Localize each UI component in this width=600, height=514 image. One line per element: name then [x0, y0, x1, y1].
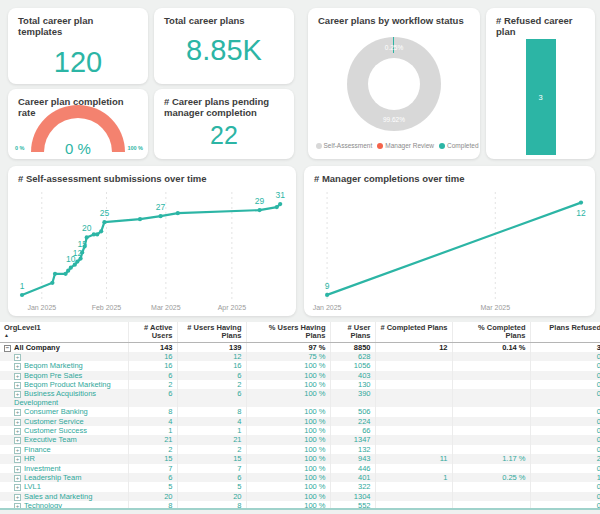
- org-name-cell[interactable]: +LVL1: [0, 482, 128, 491]
- card-title: Total career plan templates: [8, 8, 148, 38]
- org-name: All Company: [14, 343, 60, 352]
- refused-plan-bar-card: # Refused career plan 3: [486, 8, 595, 159]
- data-point[interactable]: [176, 211, 180, 215]
- value-cell: [375, 464, 452, 473]
- org-name-cell[interactable]: +HR: [0, 454, 128, 463]
- value-cell: 4: [177, 417, 246, 426]
- data-point[interactable]: [50, 281, 54, 285]
- data-point[interactable]: [275, 205, 279, 209]
- data-point[interactable]: [75, 260, 79, 264]
- org-name-cell[interactable]: +Beqom Marketing: [0, 361, 128, 370]
- org-name-cell[interactable]: +Customer Service: [0, 417, 128, 426]
- data-point[interactable]: [579, 201, 583, 205]
- org-name-cell[interactable]: +Beqom Pre Sales: [0, 371, 128, 380]
- value-cell: [452, 501, 530, 510]
- expand-icon[interactable]: +: [14, 409, 21, 416]
- value-cell: 1: [375, 473, 452, 482]
- expand-icon[interactable]: +: [14, 494, 21, 501]
- gauge-max-label: 100 %: [127, 145, 143, 151]
- expand-icon[interactable]: +: [14, 466, 21, 473]
- expand-icon[interactable]: +: [14, 354, 21, 361]
- refused-bar[interactable]: 3: [526, 39, 556, 155]
- value-cell: 139: [177, 342, 246, 352]
- data-point[interactable]: [85, 235, 89, 239]
- expand-icon[interactable]: +: [14, 503, 21, 510]
- data-point[interactable]: [159, 214, 163, 218]
- data-point[interactable]: [325, 293, 329, 297]
- data-point[interactable]: [102, 220, 106, 224]
- data-point[interactable]: [20, 293, 24, 297]
- column-header[interactable]: # Active Users: [128, 322, 177, 342]
- value-cell: 506: [330, 407, 375, 416]
- org-name-cell[interactable]: +Leadership Team: [0, 473, 128, 482]
- bar-data-label: 3: [526, 93, 556, 102]
- legend-item-manager-review[interactable]: Manager Review: [377, 142, 434, 149]
- org-name-cell[interactable]: +Finance: [0, 445, 128, 454]
- donut-hole: [368, 58, 420, 110]
- table-row: −All Company14313997 %8850120.14 %3: [0, 342, 600, 352]
- column-header[interactable]: # Users Having Plans: [177, 322, 246, 342]
- legend-label: Manager Review: [385, 142, 434, 149]
- org-name-cell[interactable]: +Executive Team: [0, 435, 128, 444]
- value-cell: 4: [128, 417, 177, 426]
- column-header[interactable]: Plans Refused: [530, 322, 600, 342]
- table-row: +Sales and Marketing2020100 %13040: [0, 492, 600, 501]
- value-cell: 16: [177, 361, 246, 370]
- column-header[interactable]: % Completed Plans: [452, 322, 530, 342]
- legend-item-self-assessment[interactable]: Self-Assessment: [316, 142, 373, 149]
- column-header[interactable]: # User Plans: [330, 322, 375, 342]
- data-point[interactable]: [95, 232, 99, 236]
- value-cell: [452, 389, 530, 407]
- expand-icon[interactable]: +: [14, 484, 21, 491]
- org-name-cell[interactable]: +Technology: [0, 501, 128, 510]
- kpi-value: 120: [8, 46, 148, 79]
- card-title: Total career plans: [154, 8, 294, 26]
- line-series: [22, 204, 280, 295]
- value-cell: 1: [530, 473, 600, 482]
- data-point[interactable]: [69, 266, 73, 270]
- expand-icon[interactable]: +: [14, 419, 21, 426]
- org-name-cell[interactable]: +Consumer Banking: [0, 407, 128, 416]
- card-title: # Refused career plan: [486, 8, 595, 38]
- org-name-cell[interactable]: +Customer Success: [0, 426, 128, 435]
- org-name: Finance: [24, 445, 51, 454]
- expand-icon[interactable]: +: [14, 373, 21, 380]
- org-name-cell[interactable]: +Sales and Marketing: [0, 492, 128, 501]
- value-cell: 100 %: [246, 473, 330, 482]
- column-header[interactable]: OrgLevel1▲: [0, 322, 128, 342]
- data-point[interactable]: [278, 202, 282, 206]
- data-point[interactable]: [79, 257, 83, 261]
- expand-icon[interactable]: +: [14, 428, 21, 435]
- legend-item-completed[interactable]: Completed: [439, 142, 478, 149]
- column-header[interactable]: # Completed Plans: [375, 322, 452, 342]
- org-name-cell[interactable]: +Business Acquisitions Development: [0, 389, 128, 407]
- org-name: Technology: [24, 501, 62, 510]
- data-point[interactable]: [83, 244, 87, 248]
- value-cell: [375, 352, 452, 361]
- org-name-cell[interactable]: −All Company: [0, 342, 128, 352]
- value-cell: [452, 371, 530, 380]
- expand-icon[interactable]: +: [14, 363, 21, 370]
- expand-icon[interactable]: +: [14, 475, 21, 482]
- self-assessment-line-chart: Jan 2025Feb 2025Mar 2025Apr 202511012152…: [8, 186, 296, 314]
- org-name-cell[interactable]: +Investment: [0, 464, 128, 473]
- data-label: 31: [275, 190, 285, 200]
- data-point[interactable]: [80, 250, 84, 254]
- data-point[interactable]: [138, 217, 142, 221]
- expand-icon[interactable]: +: [14, 456, 21, 463]
- org-name-cell[interactable]: +: [0, 352, 128, 361]
- value-cell: 0: [530, 445, 600, 454]
- expand-icon[interactable]: +: [14, 437, 21, 444]
- collapse-icon[interactable]: −: [4, 345, 11, 352]
- value-cell: [375, 407, 452, 416]
- data-point[interactable]: [53, 272, 57, 276]
- value-cell: 15: [128, 454, 177, 463]
- expand-icon[interactable]: +: [14, 447, 21, 454]
- data-point[interactable]: [99, 229, 103, 233]
- value-cell: [375, 426, 452, 435]
- table-row: +Customer Service44100 %2240: [0, 417, 600, 426]
- data-point[interactable]: [258, 208, 262, 212]
- org-name-cell[interactable]: +Beqom Product Marketing: [0, 380, 128, 389]
- expand-icon[interactable]: +: [14, 382, 21, 389]
- column-header[interactable]: % Users Having Plans: [246, 322, 330, 342]
